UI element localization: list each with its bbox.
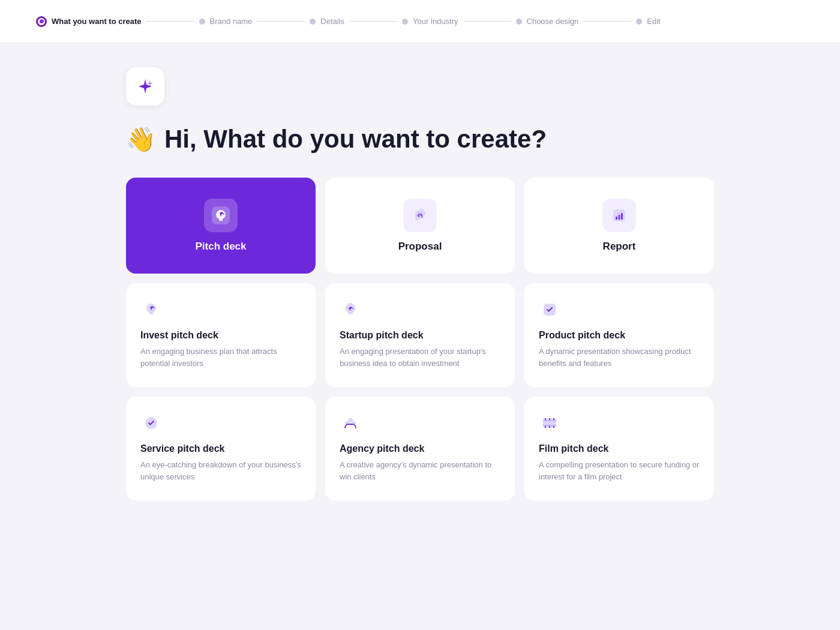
svg-rect-19 — [549, 426, 550, 428]
service-icon — [140, 412, 162, 434]
step-label-details: Details — [320, 17, 344, 26]
step-dot-2 — [199, 19, 205, 25]
card-report[interactable]: Report — [524, 178, 714, 274]
product-icon — [539, 299, 560, 320]
svg-rect-6 — [621, 213, 623, 220]
step-details[interactable]: Details — [310, 17, 344, 26]
svg-rect-18 — [545, 426, 546, 428]
agency-pitch-desc: A creative agency's dynamic presentation… — [340, 459, 500, 482]
step-label-design: Choose design — [527, 17, 579, 26]
greeting-emoji: 👋 — [126, 125, 156, 154]
app-logo — [126, 67, 164, 106]
film-pitch-desc: A compelling presentation to secure fund… — [539, 459, 700, 482]
svg-point-1 — [418, 215, 420, 217]
report-icon — [602, 199, 636, 232]
svg-rect-17 — [553, 418, 554, 420]
step-choose-design[interactable]: Choose design — [516, 17, 579, 26]
svg-rect-20 — [553, 426, 554, 428]
step-dot-6 — [636, 19, 642, 25]
card-pitch-deck[interactable]: Pitch deck — [126, 178, 316, 274]
svg-point-9 — [348, 418, 353, 423]
stepper: What you want to create Brand name Detai… — [0, 0, 840, 43]
report-label: Report — [603, 241, 636, 253]
startup-pitch-desc: An engaging presentation of your startup… — [340, 346, 500, 369]
pitch-deck-icon — [204, 199, 238, 232]
svg-rect-15 — [545, 418, 546, 420]
step-dot-active — [36, 16, 47, 27]
page-heading: 👋 Hi, What do you want to create? — [126, 125, 714, 154]
invest-icon — [140, 299, 162, 320]
step-dot-3 — [310, 19, 316, 25]
service-pitch-desc: An eye-catching breakdown of your busine… — [140, 459, 301, 482]
pitch-deck-label: Pitch deck — [195, 241, 246, 253]
svg-rect-14 — [543, 425, 556, 426]
main-content: 👋 Hi, What do you want to create? Pitch … — [90, 43, 750, 524]
main-card-grid: Pitch deck Proposal — [126, 178, 714, 274]
sub-card-agency-pitch-deck[interactable]: Agency pitch deck A creative agency's dy… — [325, 397, 515, 500]
svg-rect-4 — [616, 217, 617, 220]
step-label-industry: Your industry — [413, 17, 458, 26]
step-line-1 — [146, 21, 194, 22]
step-line-4 — [463, 21, 511, 22]
step-dot-5 — [516, 19, 522, 25]
svg-rect-16 — [549, 418, 550, 420]
sub-card-film-pitch-deck[interactable]: Film pitch deck A compelling presentatio… — [524, 397, 714, 500]
heading-text: Hi, What do you want to create? — [164, 125, 547, 154]
step-line-5 — [583, 21, 631, 22]
sub-card-startup-pitch-deck[interactable]: Startup pitch deck An engaging presentat… — [325, 283, 515, 387]
film-icon — [539, 412, 560, 434]
svg-rect-5 — [619, 215, 620, 220]
sub-card-service-pitch-deck[interactable]: Service pitch deck An eye-catching break… — [126, 397, 316, 500]
sub-card-product-pitch-deck[interactable]: Product pitch deck A dynamic presentatio… — [524, 283, 714, 387]
step-dot-4 — [402, 19, 408, 25]
agency-icon — [340, 412, 361, 434]
card-proposal[interactable]: Proposal — [325, 178, 515, 274]
svg-point-2 — [421, 214, 422, 216]
invest-pitch-title: Invest pitch deck — [140, 330, 301, 341]
service-pitch-title: Service pitch deck — [140, 443, 301, 454]
step-brand-name[interactable]: Brand name — [199, 17, 253, 26]
step-label-brand: Brand name — [210, 17, 253, 26]
step-edit[interactable]: Edit — [636, 17, 660, 26]
invest-pitch-desc: An engaging business plan that attracts … — [140, 346, 301, 369]
step-label-edit: Edit — [647, 17, 660, 26]
sub-card-invest-pitch-deck[interactable]: Invest pitch deck An engaging business p… — [126, 283, 316, 387]
step-line-2 — [257, 21, 305, 22]
step-industry[interactable]: Your industry — [402, 17, 458, 26]
step-label-what: What you want to create — [52, 17, 142, 26]
proposal-icon — [403, 199, 437, 232]
svg-rect-13 — [543, 420, 556, 421]
film-pitch-title: Film pitch deck — [539, 443, 700, 454]
step-line-3 — [349, 21, 397, 22]
product-pitch-title: Product pitch deck — [539, 330, 700, 341]
product-pitch-desc: A dynamic presentation showcasing produc… — [539, 346, 700, 369]
proposal-label: Proposal — [398, 241, 442, 253]
sub-card-grid: Invest pitch deck An engaging business p… — [126, 283, 714, 500]
step-what-to-create[interactable]: What you want to create — [36, 16, 142, 27]
startup-icon — [340, 299, 361, 320]
agency-pitch-title: Agency pitch deck — [340, 443, 500, 454]
startup-pitch-title: Startup pitch deck — [340, 330, 500, 341]
